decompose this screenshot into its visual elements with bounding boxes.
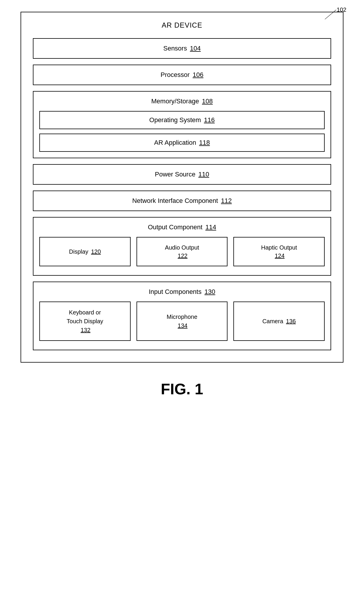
operating-system-box: Operating System 116 <box>39 111 325 129</box>
microphone-box: Microphone134 <box>136 302 228 341</box>
output-sub-boxes: Display 120 Audio Output122 Haptic Outpu… <box>39 237 325 266</box>
haptic-output-box: Haptic Output124 <box>233 237 325 266</box>
sensors-box: Sensors 104 <box>33 38 331 59</box>
ar-device-box: AR DEVICE Sensors 104 Processor 106 Memo… <box>21 12 343 363</box>
output-component-title: Output Component 114 <box>39 223 325 231</box>
network-interface-box: Network Interface Component 112 <box>33 191 331 211</box>
ar-device-title: AR DEVICE <box>33 21 331 29</box>
processor-label: Processor 106 <box>161 71 203 79</box>
memory-storage-box: Memory/Storage 108 Operating System 116 … <box>33 91 331 158</box>
audio-output-label: Audio Output122 <box>165 243 199 260</box>
ar-application-label: AR Application 118 <box>154 139 210 147</box>
camera-label: Camera 136 <box>262 318 296 325</box>
fig-label: FIG. 1 <box>161 380 203 398</box>
sensors-label: Sensors 104 <box>163 45 201 52</box>
ar-application-box: AR Application 118 <box>39 134 325 152</box>
audio-output-box: Audio Output122 <box>136 237 228 266</box>
microphone-label: Microphone134 <box>167 312 198 330</box>
input-components-box: Input Components 130 Keyboard orTouch Di… <box>33 282 331 350</box>
operating-system-label: Operating System 116 <box>149 116 215 124</box>
haptic-output-label: Haptic Output124 <box>261 243 297 260</box>
input-sub-boxes: Keyboard orTouch Display132 Microphone13… <box>39 302 325 341</box>
processor-box: Processor 106 <box>33 65 331 85</box>
power-source-box: Power Source 110 <box>33 164 331 185</box>
output-component-box: Output Component 114 Display 120 Audio O… <box>33 217 331 276</box>
display-box: Display 120 <box>39 237 131 266</box>
diagram-container: 102 AR DEVICE Sensors 104 Processor 106 … <box>21 12 343 398</box>
network-interface-label: Network Interface Component 112 <box>132 197 232 205</box>
memory-storage-title: Memory/Storage 108 <box>39 97 325 105</box>
input-components-title: Input Components 130 <box>39 288 325 296</box>
camera-box: Camera 136 <box>233 302 325 341</box>
power-source-label: Power Source 110 <box>155 171 209 178</box>
keyboard-touch-display-box: Keyboard orTouch Display132 <box>39 302 131 341</box>
keyboard-touch-display-label: Keyboard orTouch Display132 <box>67 308 103 334</box>
display-label: Display 120 <box>69 248 101 255</box>
